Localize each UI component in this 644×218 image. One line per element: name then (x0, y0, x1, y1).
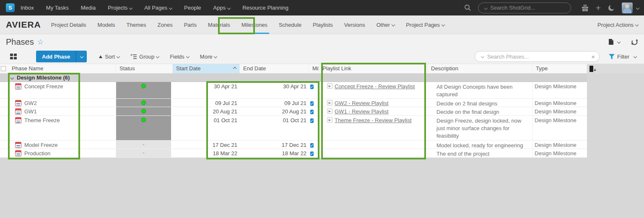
filter-menu[interactable]: Filter (609, 54, 636, 60)
chevron-down-icon[interactable] (484, 6, 487, 9)
column-header-phase-name[interactable]: Phase Name (8, 64, 116, 73)
global-search-field[interactable] (478, 3, 571, 13)
shotgrid-logo[interactable]: S (6, 3, 15, 12)
milestone-checkbox[interactable]: ✓ (310, 110, 314, 114)
status-cell[interactable] (116, 99, 173, 107)
milestone-checkbox[interactable]: ✓ (310, 118, 314, 123)
type-cell[interactable]: Design Milestone (532, 107, 587, 115)
column-header-status[interactable]: Status (116, 64, 173, 73)
playlist-link[interactable]: Theme Freeze - Review Playlist (335, 117, 412, 123)
collapse-group-chevron-icon[interactable] (10, 76, 14, 79)
column-header-description[interactable]: Description (428, 64, 532, 73)
group-menu[interactable]: Group (130, 54, 159, 60)
status-cell[interactable] (116, 82, 173, 98)
description-cell[interactable]: Decide on the final design (428, 107, 532, 115)
add-column-icon[interactable] (589, 66, 593, 72)
dark-mode-moon-icon[interactable] (608, 4, 615, 12)
column-header-end-date[interactable]: End Date (240, 64, 309, 73)
chevron-down-icon[interactable] (481, 55, 484, 58)
description-cell[interactable]: All Design Concepts have been captured (428, 82, 532, 98)
select-all-checkbox[interactable] (1, 66, 6, 71)
start-date-cell[interactable]: 30 Apr 21 (173, 82, 240, 98)
milestone-checkbox[interactable]: ✓ (310, 143, 314, 148)
search-icon[interactable] (464, 4, 471, 11)
column-header-playlist-link[interactable]: Playlist Link (319, 64, 428, 73)
search-phases-input[interactable] (487, 54, 588, 60)
sort-menu[interactable]: Sort (99, 54, 119, 60)
favorite-star-icon[interactable]: ☆ (37, 38, 44, 46)
nav-resource-planning[interactable]: Resource Planning (242, 5, 288, 11)
start-date-cell[interactable]: 20 Aug 21 (173, 107, 240, 115)
type-cell[interactable]: Design Milestone (532, 149, 587, 157)
tab-parts[interactable]: Parts (184, 15, 197, 34)
nav-projects[interactable]: Projects (108, 5, 132, 11)
phase-name-cell[interactable]: Concept Freeze (8, 82, 116, 98)
user-avatar[interactable] (622, 3, 633, 13)
nav-people[interactable]: People (184, 5, 201, 11)
tab-materials[interactable]: Materials (208, 15, 230, 34)
phase-name-cell[interactable]: GW1 (8, 107, 116, 115)
playlist-link[interactable]: Concept Freeze - Review Playlist (335, 83, 415, 90)
type-cell[interactable]: Design Milestone (532, 99, 587, 107)
nav-inbox[interactable]: Inbox (21, 5, 34, 11)
fields-menu[interactable]: Fields (170, 54, 189, 60)
nav-media[interactable]: Media (81, 5, 96, 11)
phase-name-cell[interactable]: Model Freeze (8, 141, 116, 149)
column-header-type[interactable]: Type (532, 64, 587, 73)
group-row-design-milestone[interactable]: Design Milestone (6) (0, 74, 587, 82)
type-cell[interactable]: Design Milestone (532, 116, 587, 140)
phase-name-cell[interactable]: Theme Freeze (8, 116, 116, 140)
nav-all-pages[interactable]: All Pages (144, 5, 172, 11)
project-actions-menu[interactable]: Project Actions (597, 22, 638, 28)
milestone-checkbox[interactable]: ✓ (310, 151, 314, 156)
column-header-start-date[interactable]: Start Date (173, 64, 240, 73)
description-cell[interactable]: The end of the project (428, 149, 532, 157)
tab-project-pages[interactable]: Project Pages (406, 15, 444, 34)
tab-models[interactable]: Models (98, 15, 115, 34)
page-settings-button[interactable] (608, 38, 620, 45)
status-cell[interactable] (116, 107, 173, 115)
tab-project-details[interactable]: Project Details (51, 15, 86, 34)
add-phase-button[interactable]: Add Phase (36, 51, 87, 62)
end-date-cell[interactable]: 18 Mar 22 (240, 149, 309, 157)
more-menu[interactable]: More (200, 54, 217, 60)
tab-versions[interactable]: Versions (344, 15, 365, 34)
column-header-milestone[interactable]: Mil.. (309, 64, 319, 73)
start-date-cell[interactable]: 09 Jul 21 (173, 99, 240, 107)
status-cell[interactable]: - (116, 141, 173, 149)
search-phases-field[interactable]: × (475, 51, 600, 62)
start-date-cell[interactable]: 01 Oct 21 (173, 116, 240, 140)
tab-themes[interactable]: Themes (127, 15, 146, 34)
clear-search-icon[interactable]: × (591, 53, 595, 60)
type-cell[interactable]: Design Milestone (532, 141, 587, 149)
create-new-plus-icon[interactable]: + (596, 4, 601, 12)
start-date-cell[interactable]: 18 Mar 22 (173, 149, 240, 157)
thumbnail-view-icon[interactable] (10, 54, 17, 60)
start-date-cell[interactable]: 17 Dec 21 (173, 141, 240, 149)
refresh-icon[interactable] (631, 38, 638, 46)
tab-other[interactable]: Other (377, 15, 395, 34)
add-phase-dropdown[interactable] (76, 51, 87, 62)
chevron-down-icon[interactable] (636, 6, 639, 9)
type-cell[interactable]: Design Milestone (532, 82, 587, 98)
tab-schedule[interactable]: Schedule (279, 15, 301, 34)
nav-my-tasks[interactable]: My Tasks (46, 5, 69, 11)
nav-apps[interactable]: Apps (213, 5, 231, 11)
phase-name-cell[interactable]: GW2 (8, 99, 116, 107)
playlist-link[interactable]: GW1 - Review Playlist (335, 108, 389, 115)
end-date-cell[interactable]: 09 Jul 21 (240, 99, 309, 107)
end-date-cell[interactable]: 30 Apr 21 (240, 82, 309, 98)
playlist-link[interactable]: GW2 - Review Playlist (335, 100, 389, 106)
whats-new-gift-icon[interactable] (581, 4, 589, 12)
milestone-checkbox[interactable]: ✓ (310, 85, 314, 89)
tab-zones[interactable]: Zones (158, 15, 173, 34)
project-title[interactable]: AVIERA (6, 20, 41, 30)
description-cell[interactable]: Decide on 2 final designs (428, 99, 532, 107)
milestone-checkbox[interactable]: ✓ (310, 101, 314, 106)
end-date-cell[interactable]: 01 Oct 21 (240, 116, 309, 140)
description-cell[interactable]: Model locked, ready for engineering (428, 141, 532, 149)
status-cell[interactable] (116, 116, 173, 140)
tab-playlists[interactable]: Playlists (313, 15, 333, 34)
global-search-input[interactable] (490, 5, 566, 11)
end-date-cell[interactable]: 20 Aug 21 (240, 107, 309, 115)
